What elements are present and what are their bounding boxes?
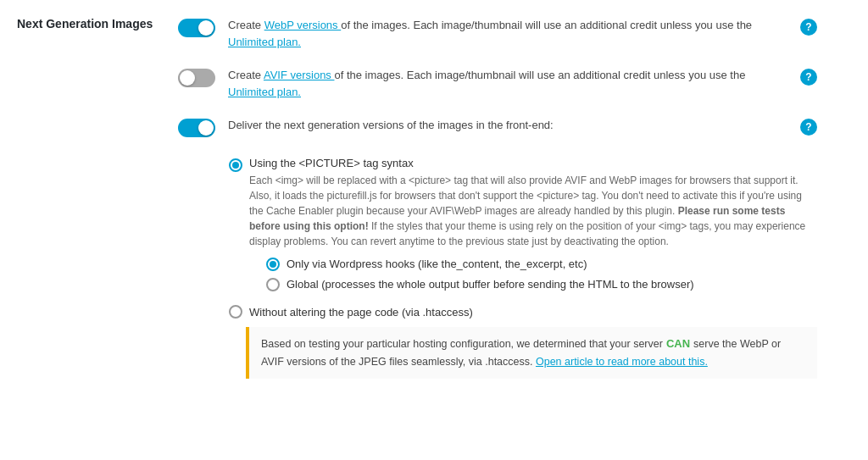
webp-toggle[interactable] (178, 19, 215, 40)
webp-link[interactable]: WebP versions (264, 19, 342, 31)
content-area: Create WebP versions of the images. Each… (178, 17, 851, 379)
deliver-toggle-knob (198, 120, 214, 136)
picture-radio[interactable] (229, 158, 242, 172)
htaccess-label: Without altering the page code (via .hta… (249, 306, 473, 319)
picture-option-label: Using the <PICTURE> tag syntax (249, 157, 817, 169)
avif-unlimited-link[interactable]: Unlimited plan. (228, 86, 301, 98)
avif-setting-text: Create AVIF versions of the images. Each… (228, 67, 792, 100)
avif-text-before: Create (228, 69, 264, 81)
avif-link[interactable]: AVIF versions (264, 69, 335, 81)
hooks-radio[interactable] (266, 258, 280, 271)
warning-text-before: Based on testing your particular hosting… (261, 338, 663, 350)
webp-text-after: of the images. Each image/thumbnail will… (341, 19, 752, 31)
page-wrapper: Next Generation Images Create WebP versi… (0, 17, 868, 379)
htaccess-option-row: Without altering the page code (via .hta… (229, 305, 817, 319)
webp-help-icon[interactable]: ? (800, 19, 817, 36)
section-title: Next Generation Images (17, 17, 153, 30)
picture-option-description: Each <img> will be replaced with a <pict… (249, 173, 817, 249)
sub-option-hooks: Only via Wordpress hooks (like the_conte… (266, 256, 817, 271)
picture-option: Using the <PICTURE> tag syntax Each <img… (229, 157, 817, 298)
htaccess-radio[interactable] (229, 305, 242, 319)
webp-setting-row: Create WebP versions of the images. Each… (178, 17, 817, 50)
deliver-setting-text: Deliver the next generation versions of … (228, 117, 792, 134)
avif-toggle[interactable] (178, 69, 215, 90)
deliver-toggle-switch[interactable] (178, 119, 215, 137)
delivery-options: Using the <PICTURE> tag syntax Each <img… (229, 157, 817, 379)
avif-toggle-switch[interactable] (178, 69, 215, 87)
hooks-label: Only via Wordpress hooks (like the_conte… (287, 258, 587, 270)
sub-option-global: Global (processes the whole output buffe… (266, 276, 817, 291)
deliver-help-icon[interactable]: ? (800, 119, 817, 136)
global-radio[interactable] (266, 278, 280, 291)
sub-radio-options: Only via Wordpress hooks (like the_conte… (266, 256, 817, 291)
avif-help-icon[interactable]: ? (800, 69, 817, 86)
avif-setting-row: Create AVIF versions of the images. Each… (178, 67, 817, 100)
avif-toggle-knob (180, 70, 195, 86)
webp-text-before: Create (228, 19, 264, 31)
warning-box: Based on testing your particular hosting… (246, 327, 817, 379)
can-badge: CAN (666, 337, 690, 350)
deliver-setting-row: Deliver the next generation versions of … (178, 117, 817, 140)
avif-text-after: of the images. Each image/thumbnail will… (334, 69, 745, 81)
picture-option-content: Using the <PICTURE> tag syntax Each <img… (249, 157, 817, 298)
webp-setting-text: Create WebP versions of the images. Each… (228, 17, 792, 50)
deliver-toggle[interactable] (178, 119, 215, 140)
webp-toggle-switch[interactable] (178, 19, 215, 37)
warning-link[interactable]: Open article to read more about this. (536, 356, 708, 368)
global-label: Global (processes the whole output buffe… (287, 278, 694, 291)
webp-unlimited-link[interactable]: Unlimited plan. (228, 36, 301, 48)
webp-toggle-knob (198, 20, 214, 36)
